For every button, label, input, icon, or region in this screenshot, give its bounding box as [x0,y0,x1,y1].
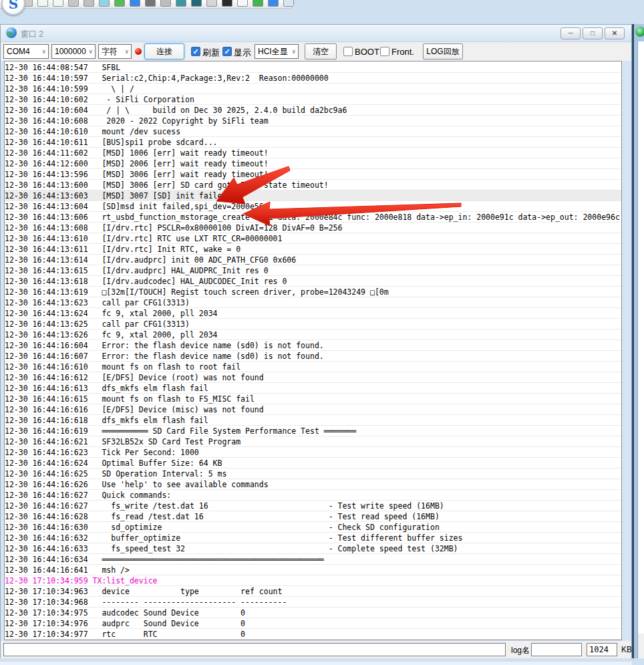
log-line: 12-30 16:44:16:641 msh /> [5,565,621,575]
hci-value: HCI全显 [258,47,288,56]
log-line: 12-30 16:44:16:615 mount fs on flash to … [5,394,621,404]
log-line: 12-30 17:10:34:963 device type ref count [5,586,621,597]
close-button[interactable]: ✕ [605,27,625,39]
refresh-checkbox[interactable]: ✓ [191,47,200,56]
boot-label: BOOT [355,47,379,57]
desktop-strip [0,658,644,665]
log-line: 12-30 16:44:16:633 fs_speed_test 32 - Co… [5,543,621,554]
log-size-unit-label: KB [621,645,632,654]
log-line: 12-30 16:44:16:612 [E/DFS] Device (root)… [5,372,621,383]
background-window-bottom [637,634,644,658]
boot-checkbox[interactable]: ✓ [343,47,353,56]
globe-icon [6,27,17,38]
log-line: 12-30 16:44:13:619 □[32m[I/TOUCH] Regist… [5,287,621,297]
front-checkbox[interactable]: ✓ [380,47,389,56]
chevron-down-icon: ∨ [41,45,46,58]
log-line: 12-30 16:44:13:615 [I/drv.audprc] HAL_AU… [5,265,621,276]
toolbar-icon[interactable] [53,0,63,7]
toolbar-icon[interactable] [253,0,263,7]
log-line: 12-30 16:44:13:614 [I/drv.audprc] init 0… [5,255,621,265]
baud-select[interactable]: 1000000 ∨ [51,44,96,59]
baud-value: 1000000 [55,47,86,56]
command-input[interactable] [3,643,506,656]
log-line: 12-30 16:44:13:606 rt_usbd_function_msto… [5,212,621,223]
toolbar-icon[interactable] [191,0,202,7]
log-line: 12-30 16:44:16:616 [E/DFS] Device (misc)… [5,404,621,415]
log-line: 12-30 16:44:16:628 fs_read /test.dat 16 … [5,511,621,522]
connection-toolbar: COM4 ∨ 1000000 ∨ 字符 ∨ 连接 ✓ 刷新 ✓ 显示 HCI全显… [1,42,631,61]
background-window-globe-icon [635,27,644,37]
status-dot-icon [135,48,142,55]
log-line: 12-30 16:44:16:627 fs_write /test.dat 16… [5,501,621,511]
toolbar-icon[interactable] [222,0,232,7]
log-size-input[interactable] [587,643,617,656]
log-line: 12-30 16:44:13:596 [MSD] 3006 [err] wait… [5,169,621,180]
toolbar-icon[interactable] [37,0,48,7]
log-line: 12-30 16:44:16:610 mount fs on flash to … [5,362,621,372]
log-line: 12-30 17:10:34:975 audcodec Sound Device… [5,608,621,618]
log-name-input[interactable] [531,643,582,656]
log-line: 12-30 17:10:34:977 rtc RTC 0 [5,629,621,640]
toolbar-icon[interactable] [237,0,248,7]
log-line: 12-30 16:44:13:604 [SD]msd init failed,s… [5,201,621,212]
display-checkbox[interactable]: ✓ [222,47,232,56]
toolbar-icon[interactable] [99,0,110,7]
log-line: 12-30 16:44:16:625 SD Operation Interval… [5,469,621,479]
log-line: 12-30 16:44:13:626 fc 9, xtal 2000, pll … [5,329,621,340]
clear-button[interactable]: 清空 [305,43,337,59]
log-line: 12-30 16:44:16:632 buffer_optimize - Tes… [5,533,621,543]
window-titlebar[interactable]: 窗口 2 ─ □ ✕ [1,25,631,42]
log-area[interactable]: 12-30 16:44:08:547 SFBL12-30 16:44:10:59… [4,61,622,640]
toolbar-icon[interactable] [206,0,217,7]
toolbar-icon[interactable] [160,0,171,7]
background-window-content [637,41,644,634]
log-line: 12-30 17:10:34:959 TX:list_device [5,575,621,586]
log-line: 12-30 16:44:16:626 Use 'help' to see ava… [5,479,621,490]
toolbar-icon[interactable] [176,0,186,7]
log-line: 12-30 16:44:13:623 call par CFG1(3313) [5,297,621,308]
port-select[interactable]: COM4 ∨ [3,44,49,59]
log-line: 12-30 16:44:13:618 [I/drv.audcodec] HAL_… [5,276,621,287]
toolbar-icon[interactable] [268,0,279,7]
log-line: 12-30 16:44:08:547 SFBL [5,62,621,73]
bottom-bar: log名 KB [1,641,631,658]
toolbar-icon[interactable] [145,0,156,7]
log-line: 12-30 16:44:13:600 [MSD] 3006 [err] SD c… [5,180,621,190]
chevron-down-icon: ∨ [88,45,93,58]
screen: S 窗口 2 ─ □ ✕ COM4 ∨ 1000000 ∨ 字符 ∨ [0,0,644,665]
log-line: 12-30 16:44:13:611 [I/drv.rtc] Init RTC,… [5,244,621,255]
log-line: 12-30 16:44:10:608 2020 - 2022 Copyright… [5,116,621,126]
log-line: 12-30 16:44:10:599 \ | / [5,84,621,94]
log-line: 12-30 16:44:10:597 Serial:c2,Chip:4,Pack… [5,73,621,84]
log-line: 12-30 16:44:16:607 Error: the flash devi… [5,351,621,362]
log-line: 12-30 16:44:16:621 SF32LB52x SD Card Tes… [5,436,621,447]
log-line: 12-30 16:44:16:634 ═════════════════════… [5,554,621,565]
serial-terminal-window: 窗口 2 ─ □ ✕ COM4 ∨ 1000000 ∨ 字符 ∨ 连接 [0,24,632,658]
log-name-label: log名 [511,645,530,656]
connect-button[interactable]: 连接 [144,43,184,59]
log-line: 12-30 16:44:16:604 Error: the flash devi… [5,340,621,351]
toolbar-icon[interactable] [283,0,294,7]
log-line: 12-30 16:44:13:610 [I/drv.rtc] RTC use L… [5,233,621,244]
app-toolbar-strip [0,0,294,9]
display-label: 显示 [234,47,251,59]
log-line: 12-30 17:10:34:968 -------- ------------… [5,597,621,608]
minimize-button[interactable]: ─ [560,27,581,39]
hci-display-select[interactable]: HCI全显 ∨ [255,44,299,59]
mode-value: 字符 [102,47,118,56]
log-replay-button[interactable]: LOG回放 [423,43,463,59]
log-line: 12-30 16:44:16:624 Optimal Buffer Size: … [5,458,621,469]
refresh-label: 刷新 [202,47,220,59]
toolbar-icon[interactable] [114,0,125,7]
toolbar-icon[interactable] [68,0,79,7]
mode-select[interactable]: 字符 ∨ [98,44,132,59]
app-logo-icon[interactable]: S [1,0,25,15]
check-icon: ✓ [223,47,231,56]
toolbar-icon[interactable] [130,0,140,7]
port-value: COM4 [7,47,30,56]
chevron-down-icon: ∨ [124,45,129,58]
toolbar-icon[interactable] [84,0,94,7]
log-line: 12-30 16:44:16:618 dfs_mkfs elm flash fa… [5,415,621,426]
background-window[interactable] [634,24,644,658]
maximize-button[interactable]: □ [583,27,603,39]
